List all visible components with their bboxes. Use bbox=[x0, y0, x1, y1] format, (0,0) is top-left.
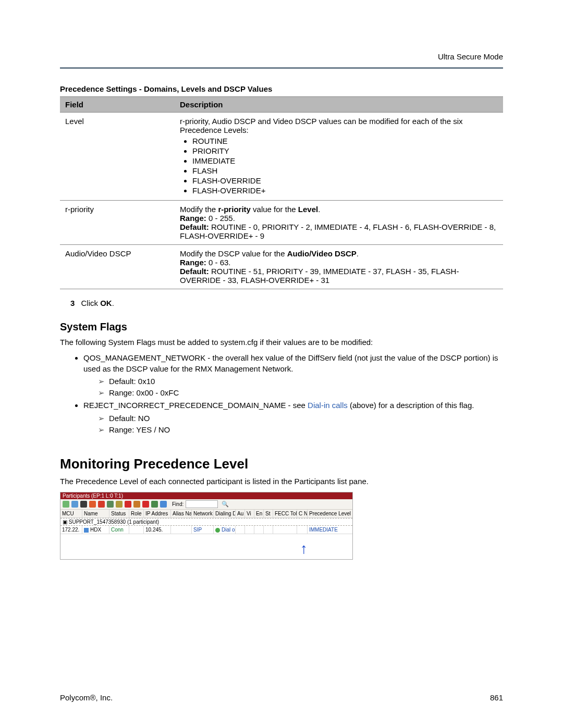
connect-icon[interactable] bbox=[160, 501, 167, 508]
level-list: ROUTINE PRIORITY IMMEDIATE FLASH FLASH-O… bbox=[180, 137, 498, 195]
cell-desc: Modify the DSCP value for the Audio/Vide… bbox=[175, 245, 503, 289]
list-item: Default: 0x10 bbox=[98, 376, 503, 387]
view-icon[interactable] bbox=[80, 501, 87, 508]
list-item: FLASH-OVERRIDE bbox=[192, 176, 498, 185]
col-network[interactable]: Network bbox=[192, 510, 214, 517]
tool-icon[interactable] bbox=[71, 501, 78, 508]
table-row: Level r-priority, Audio DSCP and Video D… bbox=[60, 113, 503, 201]
col-video[interactable]: Vi bbox=[245, 510, 254, 517]
cell-network: SIP bbox=[192, 526, 214, 534]
step-number: 3 bbox=[70, 299, 75, 307]
header-rule bbox=[60, 67, 503, 69]
pane-toolbar: Find: 🔍 bbox=[60, 499, 352, 510]
cell-field: Level bbox=[60, 113, 175, 201]
cell-cn bbox=[297, 526, 308, 534]
col-cn[interactable]: C N bbox=[297, 510, 308, 517]
col-audio[interactable]: Au bbox=[236, 510, 245, 517]
pane-columns: MCU Name Status Role IP Addres Alias Na … bbox=[60, 510, 352, 518]
directory-icon[interactable] bbox=[133, 501, 140, 508]
col-fecc[interactable]: FECC Tok bbox=[273, 510, 297, 517]
page-header-right: Ultra Secure Mode bbox=[60, 52, 503, 61]
col-ip[interactable]: IP Addres bbox=[144, 510, 171, 517]
table-caption: Precedence Settings - Domains, Levels an… bbox=[60, 84, 503, 93]
mute-icon[interactable] bbox=[142, 501, 149, 508]
list-item: FLASH bbox=[192, 166, 498, 175]
col-role[interactable]: Role bbox=[129, 510, 144, 517]
step-3: 3 Click OK. bbox=[70, 299, 503, 307]
list-item: FLASH-OVERRIDE+ bbox=[192, 186, 498, 195]
cell-st bbox=[264, 526, 273, 534]
footer-left: Polycom®, Inc. bbox=[60, 693, 113, 702]
col-mcu[interactable]: MCU bbox=[60, 510, 82, 517]
cell-mcu: 172.22. bbox=[60, 526, 82, 534]
cell-status: Conn bbox=[109, 526, 129, 534]
th-field: Field bbox=[60, 97, 175, 113]
add-participant-icon[interactable] bbox=[63, 501, 69, 508]
cell-ip: 10.245. bbox=[144, 526, 171, 534]
list-item: REJECT_INCORRECT_PRECEDENCE_DOMAIN_NAME … bbox=[83, 400, 503, 435]
th-desc: Description bbox=[175, 97, 503, 113]
dial-in-calls-link[interactable]: Dial-in calls bbox=[308, 401, 348, 410]
col-encrypt[interactable]: En bbox=[254, 510, 264, 517]
delete-icon[interactable] bbox=[98, 501, 105, 508]
cell-dialing: Dial o bbox=[214, 526, 236, 534]
cell-desc: r-priority, Audio DSCP and Video DSCP va… bbox=[175, 113, 503, 201]
list-item: Default: NO bbox=[98, 413, 503, 424]
footer-page: 861 bbox=[490, 693, 503, 702]
star-icon[interactable] bbox=[89, 501, 96, 508]
cell-name: HDX bbox=[82, 526, 109, 534]
col-st[interactable]: St bbox=[264, 510, 273, 517]
find-input[interactable] bbox=[186, 500, 218, 508]
col-name[interactable]: Name bbox=[82, 510, 109, 517]
cell-desc: Modify the r-priority value for the Leve… bbox=[175, 201, 503, 245]
level-intro: r-priority, Audio DSCP and Video DSCP va… bbox=[180, 117, 463, 134]
cell-field: r-priority bbox=[60, 201, 175, 245]
list-item: PRIORITY bbox=[192, 146, 498, 155]
heading-system-flags: System Flags bbox=[60, 321, 503, 333]
cell-precedence: IMMEDIATE bbox=[308, 526, 352, 534]
participants-pane: Participants (EP:1 L:0 T:1) Find: 🔍 MCU … bbox=[60, 492, 353, 560]
heading-monitoring: Monitoring Precedence Level bbox=[60, 456, 503, 472]
table-row[interactable]: 172.22. HDX Conn 10.245. SIP Dial o IMME… bbox=[60, 526, 352, 534]
list-item: ROUTINE bbox=[192, 137, 498, 145]
pane-title: Participants (EP:1 L:0 T:1) bbox=[60, 492, 352, 499]
col-status[interactable]: Status bbox=[109, 510, 129, 517]
cell-fecc bbox=[273, 526, 297, 534]
col-dialing[interactable]: Dialing Di bbox=[214, 510, 236, 517]
cell-field: Audio/Video DSCP bbox=[60, 245, 175, 289]
cell-audio bbox=[236, 526, 245, 534]
cell-encrypt bbox=[254, 526, 264, 534]
cell-role bbox=[129, 526, 144, 534]
pane-body bbox=[60, 534, 352, 559]
group-row[interactable]: ▣ SUPPORT_1547358930 (1 participant) bbox=[60, 518, 352, 526]
cell-video bbox=[245, 526, 254, 534]
list-item: Range: YES / NO bbox=[98, 425, 503, 435]
table-row: Audio/Video DSCP Modify the DSCP value f… bbox=[60, 245, 503, 289]
cell-alias bbox=[171, 526, 192, 534]
col-alias[interactable]: Alias Na bbox=[171, 510, 192, 517]
list-item: Range: 0x00 - 0xFC bbox=[98, 388, 503, 398]
col-precedence[interactable]: Precedence Level bbox=[308, 510, 352, 517]
monitor-intro: The Precedence Level of each connected p… bbox=[60, 476, 503, 487]
find-label: Find: bbox=[172, 501, 183, 507]
list-item: QOS_MANAGEMENT_NETWORK - the overall hex… bbox=[83, 353, 503, 398]
collapse-icon[interactable]: ▣ bbox=[63, 519, 69, 525]
list-item: IMMEDIATE bbox=[192, 156, 498, 165]
settings-table: Field Description Level r-priority, Audi… bbox=[60, 96, 503, 289]
flags-intro: The following System Flags must be added… bbox=[60, 337, 503, 348]
record-icon[interactable] bbox=[125, 501, 131, 508]
promote-icon[interactable] bbox=[107, 501, 114, 508]
table-row: r-priority Modify the r-priority value f… bbox=[60, 201, 503, 245]
demote-icon[interactable] bbox=[116, 501, 123, 508]
flags-list: QOS_MANAGEMENT_NETWORK - the overall hex… bbox=[60, 353, 503, 435]
move-icon[interactable] bbox=[151, 501, 158, 508]
search-icon[interactable]: 🔍 bbox=[222, 501, 229, 508]
